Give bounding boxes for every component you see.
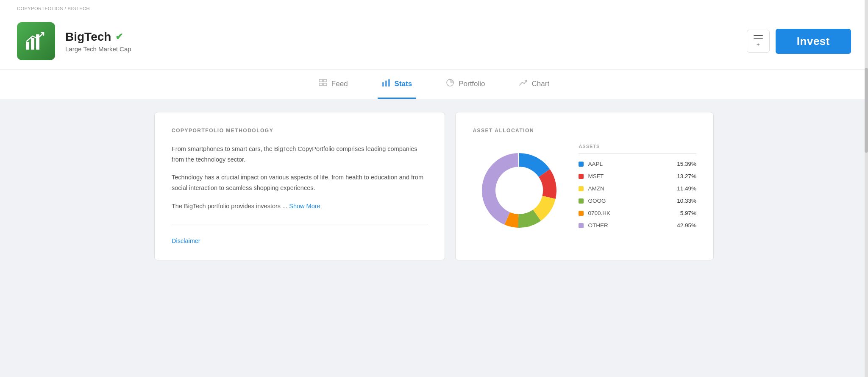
scrollbar-track[interactable] xyxy=(865,0,868,377)
verified-icon: ✔ xyxy=(115,31,123,42)
svg-rect-7 xyxy=(382,82,384,87)
breadcrumb-current: BIGTECH xyxy=(68,6,90,11)
legend-color-0700hk xyxy=(579,211,584,216)
invest-button[interactable]: Invest xyxy=(776,29,851,54)
legend-item-amzn: AMZN11.49% xyxy=(579,182,696,195)
methodology-card: COPYPORTFOLIO METHODOLOGY From smartphon… xyxy=(154,112,445,260)
disclaimer-link[interactable]: Disclaimer xyxy=(172,237,200,244)
legend-ticker: AAPL xyxy=(588,161,675,167)
chart-icon xyxy=(519,79,528,89)
methodology-para1: From smartphones to smart cars, the BigT… xyxy=(172,144,428,165)
legend-ticker: OTHER xyxy=(588,222,675,229)
methodology-para2: Technology has a crucial impact on vario… xyxy=(172,172,428,193)
tab-feed-label: Feed xyxy=(331,80,348,88)
menu-bar-2 xyxy=(754,38,763,39)
legend-color-aapl xyxy=(579,162,584,167)
legend-percent: 10.33% xyxy=(675,198,696,204)
legend-ticker: MSFT xyxy=(588,173,675,179)
breadcrumb: COPYPORTFOLIOS / BIGTECH xyxy=(17,0,851,14)
tab-portfolio-label: Portfolio xyxy=(459,80,485,88)
svg-rect-0 xyxy=(26,42,29,50)
legend-percent: 5.97% xyxy=(675,210,696,216)
svg-rect-6 xyxy=(323,83,327,86)
svg-rect-9 xyxy=(388,79,390,87)
portfolio-header: BigTech ✔ Large Tech Market Cap + Invest xyxy=(17,14,851,70)
legend-ticker: GOOG xyxy=(588,198,675,204)
methodology-title: COPYPORTFOLIO METHODOLOGY xyxy=(172,128,428,134)
stats-icon xyxy=(382,79,390,89)
main-content: COPYPORTFOLIO METHODOLOGY From smartphon… xyxy=(137,99,731,273)
legend-item-0700hk: 0700.HK5.97% xyxy=(579,207,696,219)
legend-item-aapl: AAPL15.39% xyxy=(579,158,696,170)
portfolio-logo xyxy=(17,22,55,60)
methodology-para3: The BigTech portfolio provides investors… xyxy=(172,201,428,212)
legend-item-other: OTHER42.95% xyxy=(579,219,696,232)
legend-percent: 11.49% xyxy=(675,185,696,192)
svg-rect-3 xyxy=(319,79,323,82)
asset-legend: ASSETS AAPL15.39%MSFT13.27%AMZN11.49%GOO… xyxy=(579,144,696,232)
menu-bar-1 xyxy=(754,35,763,36)
svg-rect-8 xyxy=(385,81,387,87)
show-more-link[interactable]: Show More xyxy=(289,203,320,209)
legend-color-other xyxy=(579,223,584,228)
breadcrumb-separator: / xyxy=(63,6,68,11)
svg-rect-4 xyxy=(319,83,323,86)
top-bar: COPYPORTFOLIOS / BIGTECH BigTech ✔ Large… xyxy=(0,0,868,70)
legend-percent: 13.27% xyxy=(675,173,696,179)
tab-feed[interactable]: Feed xyxy=(314,70,352,99)
legend-percent: 42.95% xyxy=(675,222,696,229)
tab-stats-label: Stats xyxy=(395,80,412,88)
menu-button[interactable]: + xyxy=(747,30,770,53)
portfolio-subtitle: Large Tech Market Cap xyxy=(65,45,747,53)
svg-rect-1 xyxy=(31,38,34,50)
asset-allocation-title: ASSET ALLOCATION xyxy=(473,128,696,134)
donut-chart xyxy=(473,144,566,239)
portfolio-icon xyxy=(446,78,454,89)
legend-color-goog xyxy=(579,198,584,204)
breadcrumb-parent: COPYPORTFOLIOS xyxy=(17,6,63,11)
methodology-divider xyxy=(172,224,428,224)
legend-ticker: AMZN xyxy=(588,185,675,192)
tab-portfolio[interactable]: Portfolio xyxy=(442,70,489,99)
legend-ticker: 0700.HK xyxy=(588,210,675,216)
header-actions: + Invest xyxy=(747,29,851,54)
portfolio-info: BigTech ✔ Large Tech Market Cap xyxy=(65,30,747,53)
legend-header: ASSETS xyxy=(579,144,696,154)
menu-plus-icon: + xyxy=(757,41,760,47)
scrollbar-thumb[interactable] xyxy=(865,68,868,153)
show-more-prefix: ... xyxy=(282,203,287,209)
legend-item-msft: MSFT13.27% xyxy=(579,170,696,182)
legend-item-goog: GOOG10.33% xyxy=(579,195,696,207)
legend-items: AAPL15.39%MSFT13.27%AMZN11.49%GOOG10.33%… xyxy=(579,158,696,232)
legend-color-msft xyxy=(579,174,584,179)
donut-final xyxy=(473,144,566,237)
tab-chart-label: Chart xyxy=(532,80,550,88)
legend-percent: 15.39% xyxy=(675,161,696,167)
feed-icon xyxy=(319,79,327,89)
legend-color-amzn xyxy=(579,186,584,191)
svg-rect-2 xyxy=(36,34,39,50)
tab-stats[interactable]: Stats xyxy=(378,70,417,99)
asset-allocation-content: ASSETS AAPL15.39%MSFT13.27%AMZN11.49%GOO… xyxy=(473,144,696,239)
portfolio-name-row: BigTech ✔ xyxy=(65,30,747,44)
tab-chart[interactable]: Chart xyxy=(515,70,554,99)
svg-rect-5 xyxy=(323,79,327,82)
portfolio-logo-icon xyxy=(24,29,48,53)
portfolio-name-text: BigTech xyxy=(65,30,111,44)
nav-tabs: Feed Stats Portfolio Chart xyxy=(0,70,868,99)
asset-allocation-card: ASSET ALLOCATION ASSETS AAPL15.39%MSFT13… xyxy=(455,112,714,260)
